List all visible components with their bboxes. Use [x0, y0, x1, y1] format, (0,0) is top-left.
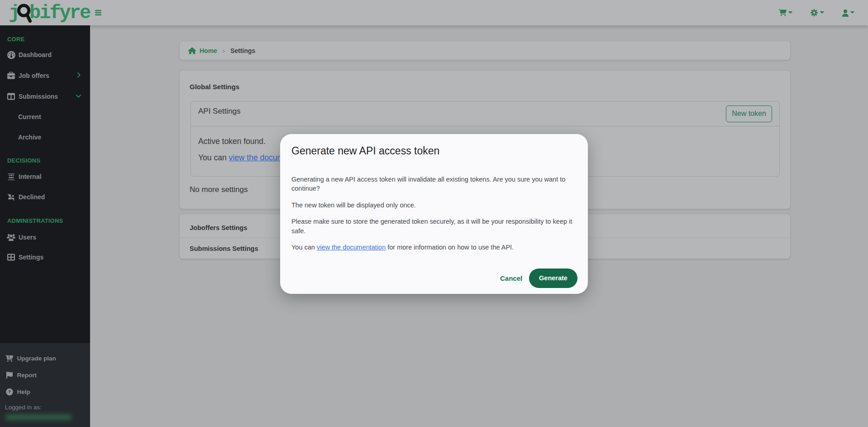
svg-text:?: ? — [8, 389, 11, 394]
